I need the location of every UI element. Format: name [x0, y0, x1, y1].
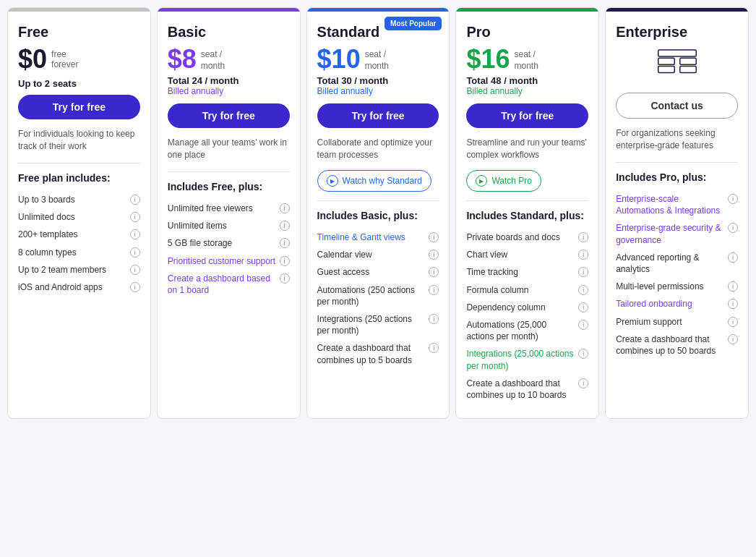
info-icon[interactable]: i [280, 238, 290, 248]
info-icon[interactable]: i [280, 203, 290, 213]
info-icon[interactable]: i [130, 195, 140, 205]
feature-item: Formula column i [466, 281, 588, 299]
watch-button[interactable]: ▶ Watch why Standard [317, 170, 431, 192]
svg-rect-0 [658, 50, 696, 56]
info-icon[interactable]: i [578, 378, 588, 388]
feature-text: iOS and Android apps [18, 281, 127, 293]
info-icon[interactable]: i [578, 349, 588, 359]
info-icon[interactable]: i [130, 247, 140, 258]
price-label: seat /month [201, 46, 225, 72]
includes-title: Includes Free, plus: [168, 181, 290, 192]
price-amount: $0 [18, 46, 47, 72]
info-icon[interactable]: i [130, 212, 140, 222]
feature-text: Chart view [466, 249, 575, 260]
feature-item: Chart view i [466, 246, 588, 263]
info-icon[interactable]: i [429, 314, 439, 324]
info-icon[interactable]: i [578, 232, 588, 242]
feature-text: Create a dashboard that combines up to 1… [466, 378, 575, 401]
most-popular-badge: Most Popular [385, 17, 442, 30]
plan-description: Manage all your teams' work in one place [168, 137, 290, 163]
plan-description: Streamline and run your teams' complex w… [466, 137, 588, 163]
divider [466, 200, 588, 201]
info-icon[interactable]: i [578, 267, 588, 277]
feature-item: Up to 3 boards i [18, 191, 140, 208]
info-icon[interactable]: i [429, 250, 439, 260]
includes-title: Free plan includes: [18, 172, 140, 184]
divider [18, 163, 140, 163]
feature-item: Unlimited free viewers i [168, 200, 290, 217]
info-icon[interactable]: i [728, 334, 738, 344]
feature-item: 8 column types i [18, 244, 140, 261]
play-icon: ▶ [476, 175, 487, 187]
feature-item: Up to 2 team members i [18, 261, 140, 278]
divider [168, 171, 290, 172]
try-for-free-button[interactable]: Try for free [466, 103, 588, 128]
includes-title: Includes Standard, plus: [466, 210, 588, 221]
watch-label: Watch why Standard [343, 176, 422, 186]
watch-button[interactable]: ▶ Watch Pro [466, 170, 541, 192]
plan-card-enterprise: Enterprise Contact usFor organizations s… [605, 7, 749, 419]
info-icon[interactable]: i [578, 250, 588, 260]
info-icon[interactable]: i [280, 221, 290, 231]
info-icon[interactable]: i [728, 252, 738, 263]
info-icon[interactable]: i [280, 256, 290, 266]
enterprise-icon [616, 46, 738, 81]
info-icon[interactable]: i [578, 302, 588, 312]
info-icon[interactable]: i [578, 285, 588, 295]
feature-text: Create a dashboard based on 1 board [168, 273, 277, 296]
play-icon: ▶ [327, 175, 338, 187]
seats-info: Up to 2 seats [18, 78, 140, 89]
svg-rect-2 [679, 58, 696, 64]
feature-item: Create a dashboard that combines up to 1… [466, 375, 588, 404]
plan-card-basic: Basic $8seat /monthTotal 24 / monthBille… [157, 7, 301, 419]
info-icon[interactable]: i [429, 285, 439, 295]
feature-text: Unlimited items [168, 220, 277, 231]
info-icon[interactable]: i [130, 229, 140, 239]
plan-name: Basic [168, 24, 290, 41]
feature-text: Integrations (25,000 actions per month) [466, 348, 575, 371]
feature-text: Up to 2 team members [18, 264, 127, 276]
divider [616, 162, 738, 163]
try-for-free-button[interactable]: Try for free [317, 103, 439, 128]
info-icon[interactable]: i [728, 194, 738, 204]
info-icon[interactable]: i [728, 299, 738, 309]
price-row: $10seat /month [317, 46, 439, 72]
plan-description: For individuals looking to keep track of… [18, 128, 140, 154]
feature-text: Automations (250 actions per month) [317, 284, 426, 307]
feature-list: Timeline & Gantt views i Calendar view i… [317, 229, 439, 369]
feature-item: Advanced reporting & analytics i [616, 249, 738, 278]
feature-item: Guest access i [317, 263, 439, 281]
try-for-free-button[interactable]: Try for free [18, 95, 140, 119]
info-icon[interactable]: i [130, 282, 140, 292]
info-icon[interactable]: i [429, 267, 439, 277]
contact-us-button[interactable]: Contact us [616, 93, 738, 119]
try-for-free-button[interactable]: Try for free [168, 103, 290, 128]
info-icon[interactable]: i [429, 343, 439, 353]
feature-item: Create a dashboard based on 1 board i [168, 270, 290, 299]
feature-text: Automations (25,000 actions per month) [466, 319, 575, 342]
info-icon[interactable]: i [728, 223, 738, 233]
free-forever-label: freeforever [51, 46, 78, 69]
plan-description: For organizations seeking enterprise-gra… [616, 127, 738, 153]
feature-list: Up to 3 boards i Unlimited docs i 200+ t… [18, 191, 140, 296]
feature-text: Time tracking [466, 266, 575, 278]
plan-name: Pro [466, 24, 588, 41]
info-icon[interactable]: i [728, 317, 738, 327]
feature-item: Create a dashboard that combines up to 5… [616, 331, 738, 360]
info-icon[interactable]: i [130, 265, 140, 275]
svg-rect-1 [658, 58, 674, 64]
price-amount: $10 [317, 46, 361, 72]
includes-title: Includes Basic, plus: [317, 210, 439, 221]
feature-item: Automations (250 actions per month) i [317, 281, 439, 310]
feature-text: Enterprise-scale Automations & Integrati… [616, 193, 725, 216]
feature-text: Prioritised customer support [168, 255, 277, 267]
info-icon[interactable]: i [280, 273, 290, 284]
feature-text: Calendar view [317, 249, 426, 260]
feature-item: Premium support i [616, 313, 738, 331]
feature-text: 8 column types [18, 247, 127, 258]
feature-item: Tailored onboarding i [616, 295, 738, 312]
info-icon[interactable]: i [728, 281, 738, 292]
info-icon[interactable]: i [578, 320, 588, 330]
feature-text: Premium support [616, 316, 725, 328]
info-icon[interactable]: i [429, 232, 439, 242]
